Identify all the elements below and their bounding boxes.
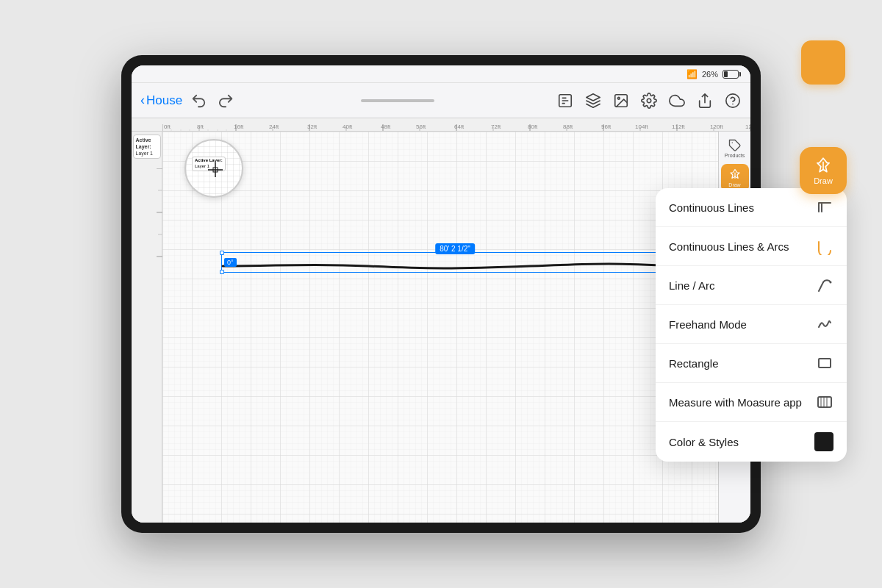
svg-text:112ft: 112ft — [672, 123, 686, 130]
svg-text:24ft: 24ft — [269, 123, 279, 130]
draw-item-continuous-lines-arcs-label: Continuous Lines & Arcs — [669, 240, 789, 253]
draw-dropdown-panel: Continuous Lines Continuous Lines & Arcs… — [656, 188, 847, 462]
drawn-line-svg — [221, 259, 689, 273]
svg-text:40ft: 40ft — [343, 123, 353, 130]
svg-text:0ft: 0ft — [164, 123, 171, 130]
continuous-lines-arcs-icon — [816, 237, 833, 255]
settings-icon[interactable] — [640, 92, 658, 110]
help-icon[interactable] — [724, 92, 742, 110]
dimension-label: 80' 2 1/2" — [435, 243, 475, 254]
svg-text:32ft: 32ft — [307, 123, 318, 130]
draw-item-moasure[interactable]: Measure with Moasure app — [656, 383, 847, 422]
svg-text:48ft: 48ft — [381, 123, 391, 130]
continuous-lines-icon — [816, 198, 833, 216]
line-arc-icon — [816, 276, 833, 294]
svg-text:64ft: 64ft — [454, 123, 465, 130]
toolbar-left: ‹ House — [140, 89, 238, 112]
back-button[interactable]: ‹ House — [140, 93, 182, 108]
svg-text:96ft: 96ft — [601, 123, 612, 130]
share-icon[interactable] — [696, 92, 714, 110]
svg-point-4 — [726, 93, 739, 107]
drawing-canvas[interactable]: Active Layer: Layer 1 — [162, 132, 718, 523]
battery-fill — [724, 71, 728, 77]
draw-fab[interactable]: Draw — [800, 147, 847, 194]
scroll-indicator — [361, 99, 434, 102]
layer-title: Active Layer: — [136, 137, 158, 150]
status-bar: 📶 26% — [132, 65, 750, 83]
svg-rect-59 — [819, 359, 831, 368]
draw-item-rectangle[interactable]: Rectangle — [656, 344, 847, 383]
color-styles-icon — [814, 432, 833, 451]
toolbar-center — [244, 99, 551, 102]
battery-percent: 26% — [702, 70, 718, 79]
draw-fab-icon — [814, 156, 833, 175]
rectangle-icon — [816, 354, 833, 372]
draw-item-line-arc-label: Line / Arc — [669, 279, 715, 292]
svg-rect-51 — [162, 132, 718, 523]
edit-icon[interactable] — [556, 92, 574, 110]
freehand-icon — [816, 315, 833, 333]
cloud-icon[interactable] — [668, 92, 686, 110]
battery-icon — [723, 70, 739, 79]
magnifier-crosshair-svg — [186, 140, 243, 198]
svg-text:72ft: 72ft — [491, 123, 501, 130]
draw-item-continuous-lines-label: Continuous Lines — [669, 201, 754, 214]
svg-text:128ft: 128ft — [745, 123, 750, 130]
svg-text:80ft: 80ft — [528, 123, 538, 130]
draw-item-rectangle-label: Rectangle — [669, 357, 719, 370]
svg-text:16ft: 16ft — [234, 123, 244, 130]
svg-point-2 — [617, 97, 620, 99]
svg-text:104ft: 104ft — [635, 123, 649, 130]
redo-button[interactable] — [215, 89, 238, 112]
toolbar-right — [556, 92, 742, 110]
svg-rect-60 — [818, 397, 831, 407]
draw-item-color-styles[interactable]: Color & Styles — [656, 422, 847, 462]
draw-fab-label: Draw — [814, 176, 833, 185]
draw-item-color-styles-label: Color & Styles — [669, 436, 739, 448]
left-sidebar: Active Layer: Layer 1 — [132, 132, 162, 523]
svg-text:56ft: 56ft — [416, 123, 426, 130]
draw-item-continuous-lines-arcs[interactable]: Continuous Lines & Arcs — [656, 227, 847, 266]
draw-item-freehand-label: Freehand Mode — [669, 318, 747, 331]
layer-name: Layer 1 — [136, 150, 158, 157]
back-arrow-icon: ‹ — [140, 93, 145, 108]
draw-panel-wrapper: Draw Continuous Lines Continuous Lines &… — [656, 147, 847, 462]
back-label: House — [146, 93, 182, 108]
magnifier-content: Active Layer: Layer 1 — [186, 140, 242, 196]
svg-point-3 — [647, 98, 651, 103]
draw-item-freehand[interactable]: Freehand Mode — [656, 305, 847, 344]
grid-svg — [162, 132, 718, 523]
magnifier: Active Layer: Layer 1 — [184, 139, 243, 198]
ruler: 0ft 8ft 16ft 24ft 32ft 40ft 48ft 56ft — [132, 118, 750, 132]
layers-icon[interactable] — [584, 92, 602, 110]
svg-point-58 — [830, 282, 832, 284]
toolbar: ‹ House — [132, 83, 750, 118]
svg-text:8ft: 8ft — [197, 123, 204, 130]
angle-badge: 0° — [224, 258, 237, 267]
svg-text:120ft: 120ft — [710, 123, 724, 130]
undo-button[interactable] — [187, 89, 210, 112]
moasure-icon — [816, 393, 833, 411]
image-icon[interactable] — [612, 92, 630, 110]
svg-text:88ft: 88ft — [563, 123, 573, 130]
draw-item-line-arc[interactable]: Line / Arc — [656, 266, 847, 305]
layer-indicator: Active Layer: Layer 1 — [133, 135, 161, 159]
wifi-icon: 📶 — [686, 69, 698, 79]
draw-item-moasure-label: Measure with Moasure app — [669, 396, 802, 409]
